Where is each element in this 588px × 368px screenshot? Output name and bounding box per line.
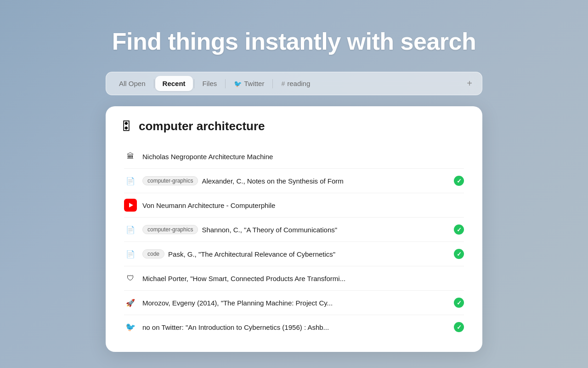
result-text: Morozov, Evgeny (2014), "The Planning Ma…: [142, 299, 333, 307]
document-icon: 📄: [124, 247, 137, 260]
tab-all-open[interactable]: All Open: [112, 76, 153, 91]
tab-separator-2: [194, 79, 194, 88]
result-row[interactable]: 🐦 no on Twitter: "An Introduction to Cyb…: [120, 315, 468, 339]
check-icon: [454, 249, 464, 259]
tab-bar: All Open Recent Files 🐦 Twitter # readin…: [106, 72, 482, 95]
result-text: no on Twitter: "An Introduction to Cyber…: [142, 323, 329, 331]
result-row[interactable]: 📄 computer-graphics Alexander, C., Notes…: [120, 169, 468, 193]
tab-separator-3: [225, 79, 226, 88]
tab-twitter[interactable]: 🐦 Twitter: [226, 76, 271, 91]
tab-recent[interactable]: Recent: [155, 76, 193, 91]
building-icon: 🏛: [124, 150, 137, 163]
result-text: Pask, G., "The Architectural Relevance o…: [168, 250, 335, 258]
result-text: Michael Porter, "How Smart, Connected Pr…: [142, 275, 345, 282]
youtube-icon: [124, 199, 137, 212]
tab-reading[interactable]: # reading: [274, 76, 317, 91]
check-icon: [454, 224, 464, 235]
check-icon: [454, 298, 464, 308]
tab-files[interactable]: Files: [195, 76, 225, 91]
result-text: Nicholas Negroponte Architecture Machine: [142, 153, 273, 161]
result-text: Shannon, C., "A Theory of Communications…: [202, 226, 337, 234]
result-content: Nicholas Negroponte Architecture Machine: [142, 153, 464, 161]
document-icon: 📄: [124, 174, 137, 187]
twitter-icon: 🐦: [124, 321, 137, 334]
result-row[interactable]: 🛡 Michael Porter, "How Smart, Connected …: [120, 266, 468, 290]
card-header: 🎛 computer architecture: [120, 119, 468, 133]
card-header-icon: 🎛: [120, 119, 132, 133]
check-icon: [454, 176, 464, 186]
tag-badge: computer-graphics: [142, 176, 198, 185]
twitter-tab-icon: 🐦: [234, 80, 242, 87]
result-content: no on Twitter: "An Introduction to Cyber…: [142, 323, 448, 331]
result-text: Von Neumann Architecture - Computerphile: [142, 201, 275, 209]
result-content: Von Neumann Architecture - Computerphile: [142, 201, 464, 209]
page-title: Find things instantly with search: [112, 28, 476, 55]
main-card: 🎛 computer architecture 🏛 Nicholas Negro…: [106, 106, 482, 352]
check-icon: [454, 322, 464, 332]
reading-tab-icon: #: [281, 80, 285, 87]
rocket-icon: 🚀: [124, 296, 137, 309]
result-content: Morozov, Evgeny (2014), "The Planning Ma…: [142, 299, 448, 307]
results-list: 🏛 Nicholas Negroponte Architecture Machi…: [120, 144, 468, 339]
result-row[interactable]: Von Neumann Architecture - Computerphile: [120, 193, 468, 217]
result-content: computer-graphics Shannon, C., "A Theory…: [142, 225, 448, 234]
result-content: code Pask, G., "The Architectural Releva…: [142, 249, 448, 259]
tag-badge: code: [142, 249, 164, 259]
shield-icon: 🛡: [124, 272, 137, 285]
result-row[interactable]: 📄 code Pask, G., "The Architectural Rele…: [120, 242, 468, 266]
document-icon: 📄: [124, 223, 137, 236]
tab-separator-4: [272, 79, 273, 88]
result-row[interactable]: 🚀 Morozov, Evgeny (2014), "The Planning …: [120, 291, 468, 315]
tab-add-button[interactable]: +: [463, 77, 476, 91]
card-title: computer architecture: [139, 119, 265, 133]
result-text: Alexander, C., Notes on the Synthesis of…: [202, 177, 343, 185]
result-content: Michael Porter, "How Smart, Connected Pr…: [142, 275, 464, 282]
tag-badge: computer-graphics: [142, 225, 198, 234]
result-row[interactable]: 📄 computer-graphics Shannon, C., "A Theo…: [120, 218, 468, 242]
result-row[interactable]: 🏛 Nicholas Negroponte Architecture Machi…: [120, 144, 468, 168]
result-content: computer-graphics Alexander, C., Notes o…: [142, 176, 448, 185]
tab-separator-1: [154, 79, 154, 88]
